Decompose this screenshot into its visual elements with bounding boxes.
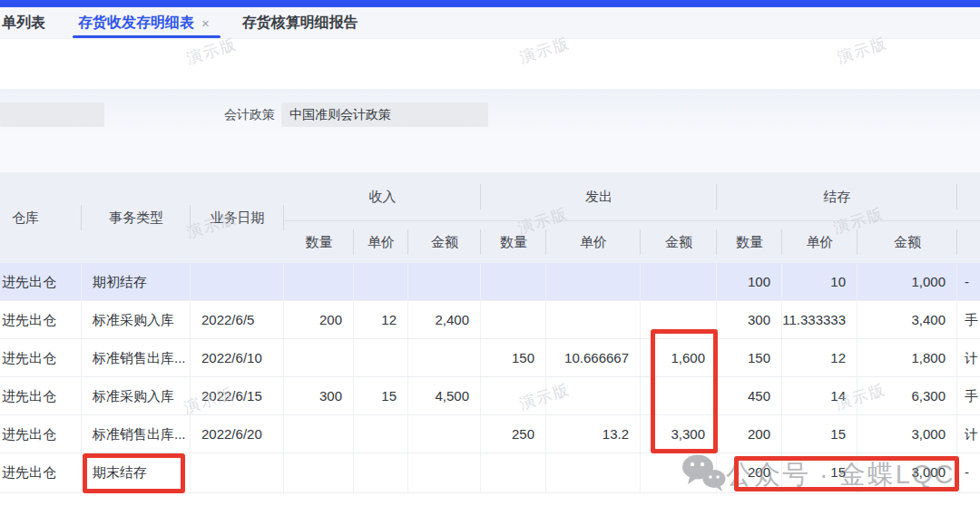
cell-out-amount — [641, 377, 717, 414]
cell-type: 标准销售出库... — [82, 415, 191, 452]
header-group-balance: 结存 数量 单价 金额 — [717, 172, 957, 263]
cell-in-qty: 300 — [284, 377, 354, 414]
table-row[interactable]: 进先出仓 期末结存 200 15 3,000 - — [0, 453, 980, 493]
header-group-in: 收入 数量 单价 金额 — [284, 172, 481, 263]
table-row[interactable]: 进先出仓 标准销售出库... 2022/6/10 150 10.666667 1… — [0, 339, 980, 377]
cell-bal-price: 15 — [782, 453, 858, 492]
close-icon[interactable]: × — [201, 15, 210, 31]
cell-warehouse: 进先出仓 — [0, 377, 82, 414]
cell-flag: 计 — [957, 339, 980, 376]
cell-date — [191, 453, 284, 492]
tab-inventory-inout-detail[interactable]: 存货收发存明细表 × — [62, 7, 226, 38]
cell-type: 标准采购入库 — [82, 301, 191, 338]
cell-in-price — [354, 339, 408, 376]
cell-type: 期末结存 — [82, 453, 191, 492]
header-bal-amount[interactable]: 金额 — [858, 221, 957, 263]
cell-in-amount — [408, 415, 481, 452]
header-out-amount[interactable]: 金额 — [641, 221, 717, 263]
cell-out-price — [546, 377, 641, 414]
cell-out-amount: 1,600 — [641, 339, 717, 376]
cell-out-price: 13.2 — [546, 415, 641, 452]
cell-in-qty — [284, 453, 354, 492]
cell-bal-amount: 3,000 — [858, 415, 957, 452]
table-row[interactable]: 进先出仓 期初结存 100 10 1,000 - — [0, 263, 980, 301]
cell-bal-qty: 150 — [717, 339, 782, 376]
cell-bal-price: 15 — [782, 415, 858, 452]
table-header: 仓库 事务类型 业务日期 收入 数量 单价 金额 发出 数量 单价 金额 结存 … — [0, 172, 980, 263]
cell-bal-price: 12 — [782, 339, 858, 376]
cell-bal-qty: 200 — [717, 415, 782, 452]
table-row[interactable]: 进先出仓 标准采购入库 2022/6/15 300 15 4,500 450 1… — [0, 377, 980, 415]
header-transaction-type[interactable]: 事务类型 — [82, 172, 191, 263]
cell-in-price — [354, 453, 408, 492]
header-bal-qty[interactable]: 数量 — [717, 221, 782, 263]
cell-bal-qty: 300 — [717, 301, 782, 338]
cell-flag: 手 — [957, 377, 980, 414]
cell-in-qty — [284, 415, 354, 452]
cell-warehouse: 进先出仓 — [0, 415, 82, 452]
cell-out-qty — [481, 377, 546, 414]
filter-panel: 会计政策 中国准则会计政策 — [0, 89, 980, 172]
cell-warehouse: 进先出仓 — [0, 453, 82, 492]
cell-flag: - — [957, 263, 980, 300]
cell-out-price — [546, 453, 641, 492]
filter-field-input[interactable] — [0, 102, 104, 127]
header-out-price[interactable]: 单价 — [546, 221, 641, 263]
cell-in-qty: 200 — [284, 301, 354, 338]
accounting-policy-label: 会计政策 — [224, 107, 275, 123]
table-row[interactable]: 进先出仓 标准采购入库 2022/6/5 200 12 2,400 300 11… — [0, 301, 980, 339]
cell-out-price — [546, 301, 641, 338]
cell-out-amount — [641, 263, 717, 300]
cell-out-qty: 250 — [481, 415, 546, 452]
cell-bal-price: 11.333333 — [782, 301, 858, 338]
cell-date: 2022/6/10 — [191, 339, 284, 376]
cell-date: 2022/6/5 — [191, 301, 284, 338]
tab-inventory-accounting-report[interactable]: 存货核算明细报告 — [226, 7, 375, 38]
cell-out-qty: 150 — [481, 339, 546, 376]
cell-in-price — [354, 415, 408, 452]
cell-out-price — [546, 263, 641, 300]
cell-in-qty — [284, 339, 354, 376]
table-row[interactable]: 进先出仓 标准销售出库... 2022/6/20 250 13.2 3,300 … — [0, 415, 980, 453]
tab-label: 存货收发存明细表 — [78, 14, 194, 33]
cell-bal-amount: 3,400 — [858, 301, 957, 338]
header-warehouse[interactable]: 仓库 — [0, 172, 82, 263]
cell-bal-qty: 450 — [717, 377, 782, 414]
cell-warehouse: 进先出仓 — [0, 339, 82, 376]
cell-warehouse: 进先出仓 — [0, 301, 82, 338]
tab-list[interactable]: 单列表 — [0, 7, 62, 38]
cell-out-qty — [481, 453, 546, 492]
header-group-out: 发出 数量 单价 金额 — [481, 172, 717, 263]
header-group-out-label: 发出 — [481, 172, 717, 221]
header-in-price[interactable]: 单价 — [354, 221, 408, 263]
cell-out-amount: 3,300 — [641, 415, 717, 452]
tab-bar: 单列表 存货收发存明细表 × 存货核算明细报告 — [0, 7, 980, 39]
header-in-amount[interactable]: 金额 — [408, 221, 481, 263]
header-business-date[interactable]: 业务日期 — [191, 172, 284, 263]
cell-date — [191, 263, 284, 300]
cell-in-amount — [408, 263, 481, 300]
cell-out-qty — [481, 263, 546, 300]
cell-flag: 手 — [957, 301, 980, 338]
header-out-qty[interactable]: 数量 — [481, 221, 546, 263]
cell-in-amount — [408, 453, 481, 492]
cell-flag: 计 — [957, 415, 980, 452]
cell-in-price — [354, 263, 408, 300]
cell-bal-amount: 1,000 — [858, 263, 957, 300]
header-clipped-column — [957, 172, 980, 263]
cell-type: 期初结存 — [82, 263, 191, 300]
header-bal-price[interactable]: 单价 — [782, 221, 858, 263]
cell-in-amount — [408, 339, 481, 376]
cell-bal-price: 10 — [782, 263, 858, 300]
accounting-policy-input[interactable]: 中国准则会计政策 — [281, 102, 488, 127]
header-group-in-label: 收入 — [284, 172, 481, 221]
tab-label: 存货核算明细报告 — [242, 14, 358, 33]
cell-bal-price: 14 — [782, 377, 858, 414]
cell-bal-amount: 6,300 — [858, 377, 957, 414]
tab-label: 单列表 — [2, 14, 45, 33]
cell-bal-qty: 100 — [717, 263, 782, 300]
cell-date: 2022/6/15 — [191, 377, 284, 414]
cell-in-amount: 4,500 — [408, 377, 481, 414]
header-in-qty[interactable]: 数量 — [284, 221, 354, 263]
wechat-icon — [681, 453, 728, 497]
